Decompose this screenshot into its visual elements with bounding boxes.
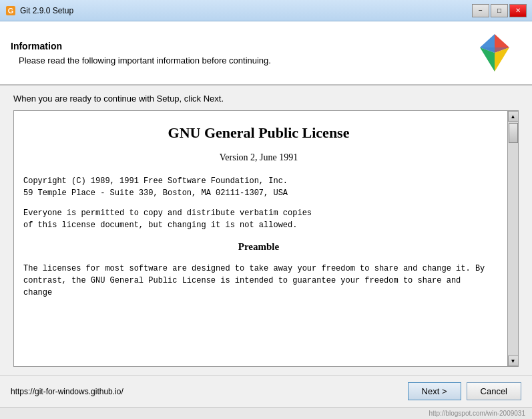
status-url: https://git-for-windows.github.io/ [11, 387, 123, 396]
scrollbar-track[interactable] [508, 122, 518, 356]
window-body: Information Please read the following im… [0, 21, 532, 419]
watermark-bar: http://blogspot.com/win-2009031 [0, 407, 532, 419]
svg-text:G: G [8, 7, 14, 15]
next-button[interactable]: Next > [408, 382, 461, 400]
bottom-bar: https://git-for-windows.github.io/ Next … [0, 375, 532, 407]
bottom-buttons: Next > Cancel [408, 382, 521, 400]
header-section: Information Please read the following im… [0, 21, 532, 86]
header-subtitle: Please read the following important info… [19, 55, 468, 65]
app-icon: G [5, 5, 16, 16]
title-bar: G Git 2.9.0 Setup − □ ✕ [0, 0, 532, 21]
license-container: GNU General Public License Version 2, Ju… [13, 110, 519, 367]
close-button[interactable]: ✕ [509, 4, 527, 17]
minimize-button[interactable]: − [472, 4, 489, 17]
content-area: When you are ready to continue with Setu… [0, 86, 532, 375]
scroll-down-arrow[interactable]: ▼ [508, 356, 519, 366]
status-url-line: https://git-for-windows.github.io/ [11, 387, 129, 396]
window-title: Git 2.9.0 Setup [20, 6, 472, 15]
preamble-title: Preamble [23, 239, 494, 255]
logo-area [468, 29, 521, 76]
scrollbar-thumb[interactable] [509, 123, 518, 143]
content-instruction: When you are ready to continue with Setu… [13, 94, 519, 104]
license-para-2: Everyone is permitted to copy and distri… [23, 207, 494, 231]
app-logo [473, 31, 516, 74]
maximize-button[interactable]: □ [491, 4, 508, 17]
header-text: Information Please read the following im… [11, 41, 468, 65]
license-para-1: Copyright (C) 1989, 1991 Free Software F… [23, 175, 494, 199]
window-controls: − □ ✕ [472, 4, 527, 17]
watermark-text: http://blogspot.com/win-2009031 [429, 410, 525, 417]
license-text-scroll[interactable]: GNU General Public License Version 2, Ju… [14, 111, 507, 366]
license-title: GNU General Public License [23, 122, 494, 144]
preamble-text: The licenses for most software are desig… [23, 263, 494, 299]
header-title: Information [11, 41, 468, 51]
license-version: Version 2, June 1991 [23, 150, 494, 164]
license-scrollbar: ▲ ▼ [507, 111, 518, 366]
cancel-button[interactable]: Cancel [467, 382, 521, 400]
scroll-up-arrow[interactable]: ▲ [508, 111, 519, 122]
